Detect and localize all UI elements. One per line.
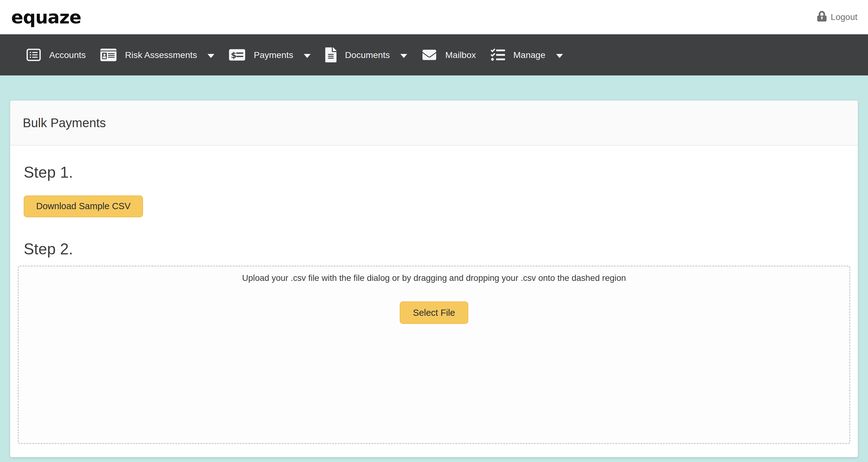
nav-item-mailbox[interactable]: Mailbox — [422, 48, 476, 62]
logout-label: Logout — [831, 12, 858, 22]
id-card-icon — [100, 48, 117, 62]
main-content: Bulk Payments Step 1. Download Sample CS… — [0, 76, 868, 457]
lock-icon — [817, 11, 827, 24]
money-check-icon: $ — [229, 48, 246, 62]
nav-item-manage[interactable]: Manage — [490, 48, 563, 62]
card-body: Step 1. Download Sample CSV Step 2. Uplo… — [10, 146, 858, 457]
nav-label: Accounts — [49, 50, 86, 60]
caret-down-icon — [556, 54, 563, 58]
nav-label: Risk Assessments — [125, 50, 197, 60]
nav-label: Manage — [514, 50, 546, 60]
dropzone-instruction: Upload your .csv file with the file dial… — [242, 273, 626, 283]
nav-item-accounts[interactable]: Accounts — [26, 48, 86, 62]
nav-item-documents[interactable]: Documents — [325, 48, 407, 62]
nav-label: Documents — [345, 50, 390, 60]
page-title: Bulk Payments — [23, 116, 106, 130]
list-icon — [26, 48, 41, 62]
svg-text:$: $ — [231, 51, 237, 60]
topbar: equaze Logout — [0, 0, 868, 34]
nav-item-risk-assessments[interactable]: Risk Assessments — [100, 48, 214, 62]
step2-heading: Step 2. — [24, 240, 850, 258]
app-logo[interactable]: equaze — [11, 7, 81, 27]
card-header: Bulk Payments — [10, 101, 858, 146]
csv-dropzone[interactable]: Upload your .csv file with the file dial… — [18, 266, 850, 444]
caret-down-icon — [208, 54, 214, 58]
nav-item-payments[interactable]: $ Payments — [229, 48, 311, 62]
logout-button[interactable]: Logout — [817, 11, 858, 24]
bulk-payments-card: Bulk Payments Step 1. Download Sample CS… — [10, 100, 858, 457]
select-file-button[interactable]: Select File — [400, 301, 468, 324]
nav-label: Mailbox — [445, 50, 476, 60]
caret-down-icon — [400, 54, 407, 58]
main-navbar: Accounts Risk Assessments $ — [0, 34, 868, 76]
caret-down-icon — [304, 54, 311, 58]
envelope-icon — [422, 48, 437, 62]
download-sample-csv-button[interactable]: Download Sample CSV — [24, 196, 143, 217]
nav-label: Payments — [254, 50, 293, 60]
checklist-icon — [490, 48, 505, 62]
step1-heading: Step 1. — [24, 164, 850, 182]
file-icon — [325, 48, 337, 62]
